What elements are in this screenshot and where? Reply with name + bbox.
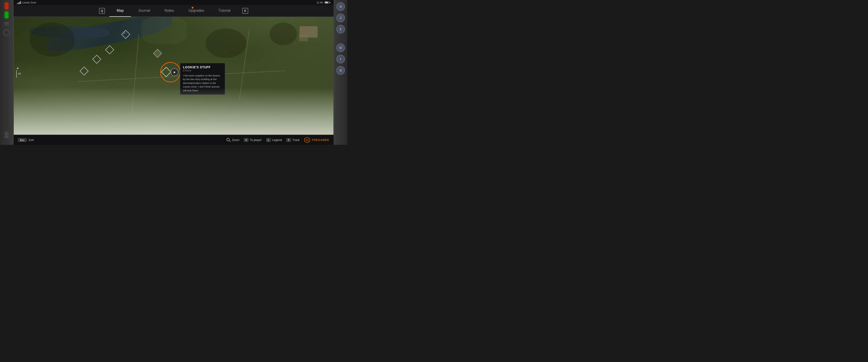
battery-icon xyxy=(324,1,330,4)
tooltip-description: I hid some supplies on the beams by the … xyxy=(183,74,222,92)
signal-icon xyxy=(17,1,21,4)
map-marker-3[interactable] xyxy=(93,56,100,63)
map-marker-4[interactable] xyxy=(81,67,88,75)
tooltip-subtitle: STASH xyxy=(183,69,222,72)
map-area[interactable]: ⬟ LOOKIE'S STUFF STASH I hid some suppli… xyxy=(13,17,334,135)
track-action: F Track xyxy=(286,138,300,142)
right-button-u[interactable]: U xyxy=(336,2,345,11)
building-tr-2 xyxy=(299,34,308,41)
to-player-action: V To player xyxy=(244,138,262,142)
bottom-right: Zoom V To player L Legend F Track TG xyxy=(226,137,329,143)
thegamer-logo: TG THEGAMER xyxy=(304,137,329,143)
status-bar: Lesser Zone 11:46 xyxy=(13,0,334,5)
v-key[interactable]: V xyxy=(244,138,248,142)
right-button-sigma[interactable]: Σ xyxy=(336,25,345,33)
terrain-dark-3 xyxy=(270,23,297,45)
stash-diamond xyxy=(161,67,171,77)
diamond-icon-2 xyxy=(105,45,114,54)
e-key-badge[interactable]: E xyxy=(242,8,248,14)
tooltip-title: LOOKIE'S STUFF xyxy=(183,65,222,69)
map-marker-5[interactable] xyxy=(154,50,161,57)
right-button-o[interactable]: O xyxy=(336,44,345,52)
thegamer-logo-icon: TG xyxy=(304,137,310,143)
tab-notes[interactable]: Notes xyxy=(157,5,181,17)
notification-dot xyxy=(192,7,193,8)
terrain-light-1 xyxy=(142,17,187,44)
q-key-badge[interactable]: Q xyxy=(99,8,105,14)
to-player-label: To player xyxy=(250,138,262,142)
signal-label: Lesser Zone xyxy=(22,1,36,4)
red-indicator xyxy=(5,3,8,9)
filled-diamond-icon xyxy=(153,49,162,58)
time-display: 11:46 xyxy=(316,1,323,4)
track-label: Track xyxy=(292,138,300,142)
map-marker-1[interactable] xyxy=(122,31,129,38)
left-circle-button[interactable] xyxy=(3,29,10,36)
active-marker-group[interactable]: ⬟ xyxy=(162,64,178,80)
exit-label: Exit xyxy=(29,138,34,142)
main-container: Lesser Zone 11:46 Q Map Journal Notes xyxy=(13,0,334,145)
legend-label: Legend xyxy=(272,138,282,142)
tab-upgrades[interactable]: Upgrades xyxy=(181,5,211,17)
map-scale-indicator: ×3 xyxy=(16,70,21,78)
nav-bar: Q Map Journal Notes Upgrades Tutorial E xyxy=(13,5,334,17)
tab-tutorial[interactable]: Tutorial xyxy=(211,5,238,17)
right-device-panel: U J Σ O I S xyxy=(334,0,347,145)
map-marker-2[interactable] xyxy=(106,46,113,53)
zoom-label: Zoom xyxy=(232,138,239,142)
diamond-icon-1 xyxy=(121,30,130,39)
f-key[interactable]: F xyxy=(286,138,291,142)
status-bar-right: 11:46 xyxy=(316,1,330,4)
diamond-icon-4 xyxy=(80,66,89,76)
tab-map[interactable]: Map xyxy=(110,5,131,17)
legend-action: L Legend xyxy=(266,138,282,142)
zoom-action: Zoom xyxy=(226,138,239,142)
bottom-bar: Esc Exit Zoom V To player L Legend xyxy=(13,135,334,145)
right-button-s[interactable]: S xyxy=(336,66,345,75)
right-button-j[interactable]: J xyxy=(336,13,345,22)
bottom-left: Esc Exit xyxy=(18,138,34,142)
esc-key[interactable]: Esc xyxy=(18,138,27,142)
stash-round-marker: ⬟ xyxy=(170,68,178,76)
map-tooltip: LOOKIE'S STUFF STASH I hid some supplies… xyxy=(180,63,225,95)
left-device-panel xyxy=(0,0,13,145)
scale-label: ×3 xyxy=(18,72,21,75)
terrain-dark-2 xyxy=(206,28,246,58)
green-indicator xyxy=(5,12,8,18)
right-button-i[interactable]: I xyxy=(336,55,345,63)
l-key[interactable]: L xyxy=(266,138,271,142)
tab-journal[interactable]: Journal xyxy=(131,5,157,17)
svg-text:TG: TG xyxy=(306,139,309,142)
zoom-icon xyxy=(226,138,230,142)
terrain-dark-1 xyxy=(30,23,75,57)
diamond-icon-3 xyxy=(92,55,101,64)
scale-arrow-left: ◄ xyxy=(16,66,19,70)
status-bar-left: Lesser Zone xyxy=(17,1,36,4)
thegamer-logo-text: THEGAMER xyxy=(312,138,329,142)
